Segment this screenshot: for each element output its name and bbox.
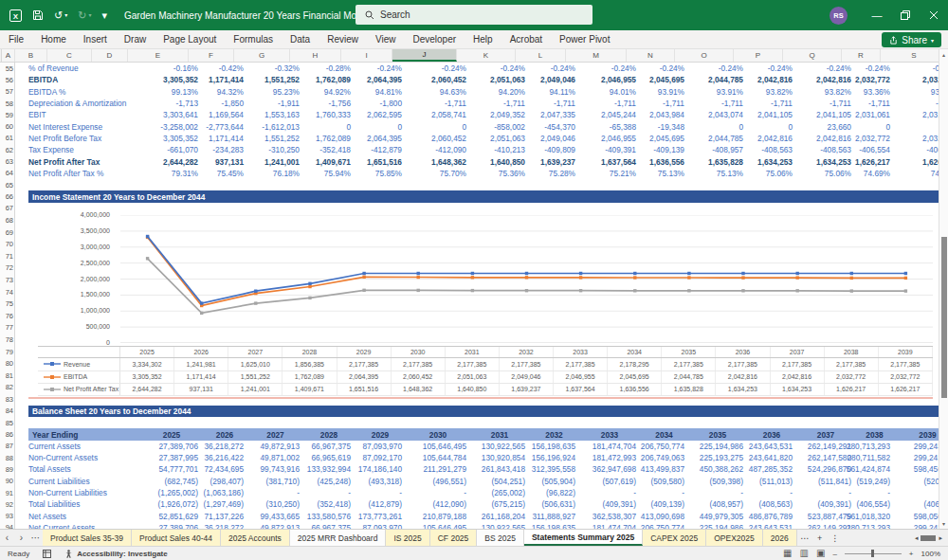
- cell[interactable]: 23,660: [796, 121, 855, 133]
- cell[interactable]: 1,637,564: [579, 155, 640, 167]
- cell[interactable]: -1,711: [796, 98, 855, 109]
- row-header-79[interactable]: 79: [0, 346, 13, 358]
- cell[interactable]: 72,434,695: [202, 463, 247, 475]
- column-header-F[interactable]: F: [189, 49, 234, 62]
- macro-record-icon[interactable]: [43, 550, 51, 558]
- column-header-L[interactable]: L: [516, 49, 566, 62]
- row-header-83[interactable]: 83: [0, 393, 13, 406]
- cell[interactable]: 74.69%: [855, 168, 894, 179]
- row-label[interactable]: EBITDA: [28, 74, 142, 85]
- row-header-71[interactable]: 71: [0, 250, 13, 262]
- ribbon-tab-acrobat[interactable]: Acrobat: [501, 34, 551, 45]
- cell[interactable]: 94.01%: [579, 86, 640, 98]
- scroll-up-icon[interactable]: ▴: [939, 51, 948, 58]
- cell[interactable]: 1,626,217: [855, 155, 894, 167]
- cell[interactable]: 1,553,163: [247, 109, 303, 120]
- cell[interactable]: 261,843,418: [470, 463, 529, 475]
- cell[interactable]: (682,745): [141, 476, 202, 487]
- cell[interactable]: 0: [406, 121, 470, 133]
- cell[interactable]: 75.13%: [640, 168, 688, 179]
- sheet-tab-2026[interactable]: 2026: [763, 530, 797, 546]
- cell[interactable]: 0: [688, 121, 747, 133]
- cell[interactable]: 561,018,320: [855, 511, 894, 522]
- cell[interactable]: 2,058,741: [406, 109, 470, 120]
- cell[interactable]: 74.69%: [894, 168, 939, 179]
- year-header-cell[interactable]: 2030: [406, 428, 470, 441]
- column-header-C[interactable]: C: [47, 49, 92, 62]
- cell[interactable]: (409,391): [796, 498, 855, 510]
- row-header-62[interactable]: 62: [0, 144, 13, 155]
- horizontal-scrollbar[interactable]: ◂ ▸: [915, 530, 948, 546]
- cell[interactable]: -1,711: [529, 98, 579, 109]
- row-header-70[interactable]: 70: [0, 238, 13, 250]
- row-header-56[interactable]: 56: [0, 74, 13, 85]
- cell[interactable]: 93.82%: [796, 86, 855, 98]
- cell[interactable]: (408,957): [688, 498, 747, 510]
- cell[interactable]: -1,800: [355, 98, 406, 109]
- cell[interactable]: 2,041,105: [747, 109, 796, 120]
- column-header-H[interactable]: H: [290, 49, 341, 62]
- cell[interactable]: 75.28%: [529, 168, 579, 179]
- sheet-tab-product-sales-40-44[interactable]: Product Sales 40-44: [132, 530, 221, 546]
- cell[interactable]: 206,750,774: [640, 522, 688, 529]
- cell[interactable]: 1,171,414: [202, 74, 247, 85]
- cell[interactable]: 1,636,556: [640, 155, 688, 167]
- cell[interactable]: -0.24%: [470, 63, 529, 74]
- cell[interactable]: -: [579, 487, 640, 498]
- cell[interactable]: -: [894, 487, 939, 498]
- cell[interactable]: (1,297,469): [202, 498, 247, 510]
- cell[interactable]: 3,305,352: [141, 133, 202, 144]
- year-header-cell[interactable]: 2039: [894, 428, 939, 441]
- cell[interactable]: 93.91%: [688, 86, 747, 98]
- view-page-layout-icon[interactable]: ▥: [800, 549, 809, 558]
- balance-sheet-band[interactable]: Balance Sheet 20 Years to December 2044: [28, 406, 939, 418]
- cell[interactable]: 75.06%: [747, 168, 796, 179]
- cell[interactable]: 93.91%: [640, 86, 688, 98]
- ribbon-tab-home[interactable]: Home: [32, 34, 75, 45]
- cell[interactable]: 2,064,395: [355, 74, 406, 85]
- row-header-77[interactable]: 77: [0, 322, 13, 334]
- cell[interactable]: (412,090): [406, 498, 470, 510]
- cell[interactable]: 1,651,516: [355, 155, 406, 167]
- cell[interactable]: (504,251): [470, 476, 529, 487]
- cell[interactable]: 2,060,452: [406, 74, 470, 85]
- cell[interactable]: -3,258,002: [141, 121, 202, 133]
- cell[interactable]: 1,762,089: [303, 74, 355, 85]
- cell[interactable]: 2,049,046: [529, 133, 579, 144]
- year-header-cell[interactable]: 2033: [579, 428, 640, 441]
- cell[interactable]: 71,137,226: [202, 511, 247, 522]
- cell[interactable]: 49,872,913: [247, 522, 303, 529]
- cell[interactable]: 36,218,272: [202, 522, 247, 529]
- accessibility-status[interactable]: Accessibility: Investigate: [64, 550, 168, 558]
- avatar[interactable]: RS: [830, 7, 848, 25]
- cell[interactable]: (412,879): [355, 498, 406, 510]
- sheet-tab-2025-mrr-dashboard[interactable]: 2025 MRR Dashboard: [290, 530, 387, 546]
- row-header-78[interactable]: 78: [0, 334, 13, 346]
- row-label[interactable]: Current Liabilities: [28, 476, 142, 487]
- cell[interactable]: 2,044,785: [688, 133, 747, 144]
- cell[interactable]: 130,920,854: [470, 452, 529, 463]
- row-label[interactable]: Non-Current Liabilities: [28, 487, 142, 498]
- cell[interactable]: (1,926,072): [141, 498, 202, 510]
- cell[interactable]: -409,809: [529, 144, 579, 155]
- cell[interactable]: -0.24%: [640, 63, 688, 74]
- cell[interactable]: 75.70%: [406, 168, 470, 179]
- year-header-cell[interactable]: 2028: [303, 428, 355, 441]
- zoom-slider-thumb[interactable]: [871, 550, 874, 557]
- cell[interactable]: 99,743,916: [247, 463, 303, 475]
- row-label[interactable]: EBIT: [28, 109, 142, 120]
- cell[interactable]: 2,042,816: [747, 133, 796, 144]
- row-header-67[interactable]: 67: [0, 203, 13, 215]
- column-header-Q[interactable]: Q: [783, 49, 842, 62]
- row-label[interactable]: Non-Current Assets: [28, 452, 142, 463]
- cell[interactable]: 1,551,252: [247, 133, 303, 144]
- column-header-N[interactable]: N: [627, 49, 675, 62]
- column-header-G[interactable]: G: [234, 49, 290, 62]
- cell[interactable]: -1,711: [579, 98, 640, 109]
- sheet-tab-cf-2025[interactable]: CF 2025: [430, 530, 478, 546]
- cell[interactable]: 1,409,671: [303, 155, 355, 167]
- column-header-R[interactable]: R: [842, 49, 881, 62]
- cell[interactable]: -0.24%: [894, 63, 939, 74]
- cell[interactable]: (406,554): [894, 498, 939, 510]
- cell[interactable]: 0: [355, 121, 406, 133]
